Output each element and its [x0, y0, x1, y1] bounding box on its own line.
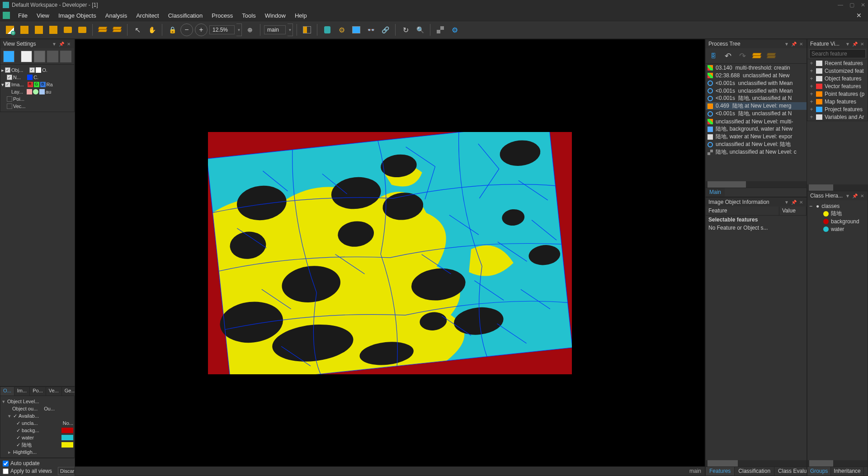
cb-vec[interactable]: [7, 104, 12, 109]
refresh-button[interactable]: ↻: [399, 24, 412, 36]
pt-redo-icon[interactable]: ↷: [737, 51, 747, 61]
glasses-button[interactable]: 👓: [364, 24, 377, 36]
fv-mid-scrollbar[interactable]: [807, 184, 868, 191]
process-tree-item[interactable]: <0.001s unclassified with Mean: [706, 87, 807, 94]
toggle-db-button[interactable]: [321, 24, 334, 36]
highlight[interactable]: Hightligh...: [13, 449, 37, 455]
pt-undo-icon[interactable]: ↶: [723, 51, 733, 61]
item-land[interactable]: 陆地: [22, 442, 32, 448]
layer-stack-button[interactable]: [96, 24, 109, 36]
ioi-h-scrollbar[interactable]: [706, 460, 807, 467]
vs-tool-window[interactable]: [21, 51, 32, 62]
close-subwindow-button[interactable]: ✕: [856, 12, 862, 19]
view-settings-header[interactable]: View Settings ▼ 📌 ✕: [0, 39, 74, 48]
pt-stack-icon[interactable]: [752, 51, 762, 61]
classification-canvas[interactable]: [208, 132, 572, 374]
close-window-button[interactable]: ✕: [861, 2, 865, 8]
pan-tool-button[interactable]: ✋: [146, 24, 158, 36]
object-level-root[interactable]: Object Level...: [7, 399, 39, 404]
feature-view-item[interactable]: +Point features (p: [807, 90, 868, 98]
cb-uncla[interactable]: ✓: [16, 420, 20, 426]
layer-stack-gear-button[interactable]: [111, 24, 123, 36]
menu-view[interactable]: View: [32, 11, 54, 20]
zoom-level-field[interactable]: 12.5%: [209, 25, 235, 34]
class-hierarchy-body[interactable]: −●classes 陆地backgroundwater: [807, 200, 868, 460]
feature-view-item[interactable]: +Map features: [807, 98, 868, 105]
cb-avail[interactable]: ✓: [13, 413, 17, 419]
ioi-header[interactable]: Image Object Information ▼📌✕: [706, 198, 807, 207]
feature-view-item[interactable]: +Vector features: [807, 82, 868, 90]
folder-button[interactable]: [61, 24, 74, 36]
maximize-button[interactable]: ▢: [849, 2, 854, 8]
menu-process[interactable]: Process: [207, 11, 237, 20]
ioi-dd-icon[interactable]: ▼: [784, 200, 789, 205]
class-item[interactable]: background: [809, 217, 866, 225]
fv-dd-icon[interactable]: ▼: [845, 42, 850, 47]
tab-im[interactable]: Im...: [14, 387, 30, 396]
ioi-col-value[interactable]: Value: [779, 207, 807, 215]
ch-close-icon[interactable]: ✕: [859, 193, 865, 198]
process-tree-list[interactable]: 03.140 multi-threshold: creatin02:38.688…: [706, 64, 807, 181]
vs-close-icon[interactable]: ✕: [66, 42, 71, 47]
grid-settings-button[interactable]: [434, 24, 447, 36]
availab[interactable]: Availab...: [19, 413, 39, 419]
cb-backg[interactable]: ✓: [16, 428, 20, 434]
cb-o[interactable]: ✓: [29, 67, 35, 73]
feature-view-item[interactable]: +Object features: [807, 75, 868, 82]
vs-tool-gray2[interactable]: [47, 51, 58, 62]
save-as-button[interactable]: [47, 24, 60, 36]
menu-classification[interactable]: Classification: [164, 11, 208, 20]
save-project-button[interactable]: [33, 24, 45, 36]
process-tree-item[interactable]: 陆地, unclassified at New Level: c: [706, 148, 807, 156]
process-tree-button[interactable]: ⚙: [335, 24, 348, 36]
process-tree-item[interactable]: 陆地, water at New Level: expor: [706, 133, 807, 141]
pt-stack2-icon[interactable]: [766, 51, 776, 61]
ch-h-scrollbar[interactable]: [807, 460, 868, 467]
process-tree-item[interactable]: <0.001s unclassified with Mean: [706, 79, 807, 87]
tab-o[interactable]: O...: [0, 387, 14, 396]
menu-help[interactable]: Help: [290, 11, 311, 20]
vs-tool-add[interactable]: [3, 51, 14, 62]
ruleset-button[interactable]: [350, 24, 363, 36]
target-field[interactable]: main: [264, 25, 286, 34]
auto-update-checkbox[interactable]: Auto update: [3, 460, 72, 467]
zoom-in-button[interactable]: +: [195, 24, 208, 36]
process-tree-item[interactable]: 03.140 multi-threshold: creatin: [706, 64, 807, 71]
ch-pin-icon[interactable]: 📌: [852, 193, 858, 198]
feature-view-item[interactable]: +Customized feat: [807, 67, 868, 75]
ioi-tab-features[interactable]: Features: [706, 467, 735, 476]
vs-tool-gray1[interactable]: [34, 51, 45, 62]
ioi-col-feature[interactable]: Feature: [706, 207, 779, 215]
sw-r[interactable]: R: [28, 82, 33, 87]
cb-obj[interactable]: ✓: [5, 67, 10, 73]
process-tree-header[interactable]: Process Tree ▼📌✕: [706, 39, 807, 48]
discard-button[interactable]: Discar: [58, 467, 76, 475]
process-tree-item[interactable]: 陆地, background, water at New: [706, 125, 807, 133]
folder-multi-button[interactable]: [76, 24, 89, 36]
pointer-tool-button[interactable]: ↖: [131, 24, 144, 36]
item-water[interactable]: water: [22, 435, 34, 440]
feature-search-input[interactable]: [809, 49, 866, 58]
menu-file[interactable]: File: [14, 11, 32, 20]
menu-analysis[interactable]: Analysis: [101, 11, 132, 20]
zoom-out-button[interactable]: −: [180, 24, 193, 36]
vs-dropdown-icon[interactable]: ▼: [52, 42, 57, 47]
sw-b[interactable]: B: [40, 82, 46, 87]
fit-view-button[interactable]: ⊕: [244, 24, 256, 36]
split-view-button[interactable]: [301, 24, 313, 36]
item-backg[interactable]: backg...: [22, 428, 39, 433]
feature-view-header[interactable]: Feature Vi... ▼📌✕: [807, 39, 868, 48]
process-tree-tab-main[interactable]: Main: [706, 188, 725, 197]
zoom-dropdown[interactable]: ▼: [236, 24, 242, 36]
minimize-button[interactable]: —: [838, 2, 843, 8]
sw-g[interactable]: G: [34, 82, 39, 87]
pt-close-icon[interactable]: ✕: [798, 42, 804, 47]
magnifier-button[interactable]: 🔍: [414, 24, 426, 36]
classes-root[interactable]: classes: [821, 203, 840, 209]
feature-view-list[interactable]: +Recent features+Customized feat+Object …: [807, 59, 868, 121]
feature-view-item[interactable]: +Variables and Ar: [807, 113, 868, 121]
ioi-tab-classification[interactable]: Classification: [735, 467, 774, 476]
link-button[interactable]: 🔗: [379, 24, 392, 36]
process-tree-item[interactable]: <0.001s 陆地, unclassified at N: [706, 94, 807, 102]
menu-tools[interactable]: Tools: [237, 11, 260, 20]
